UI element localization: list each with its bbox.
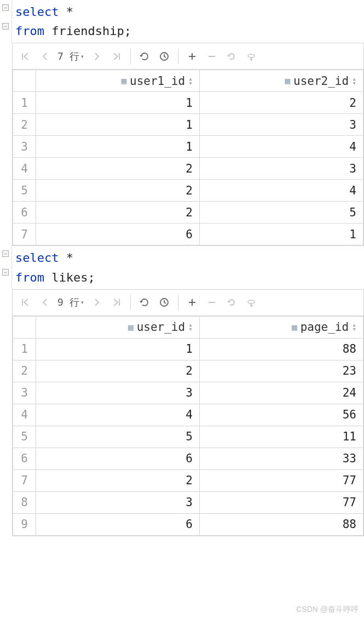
- sort-icon[interactable]: ▴▾: [352, 77, 356, 85]
- cell[interactable]: 1: [36, 92, 200, 114]
- table-row[interactable]: 2223: [13, 360, 363, 382]
- cell[interactable]: 24: [200, 382, 363, 404]
- revert-button[interactable]: [222, 47, 241, 66]
- row-number: 2: [13, 360, 36, 382]
- table-row[interactable]: 8377: [13, 491, 363, 513]
- toolbar-divider: [178, 49, 178, 64]
- row-number: 2: [13, 114, 36, 136]
- next-page-button[interactable]: [88, 293, 106, 312]
- table-row[interactable]: 761: [13, 223, 363, 245]
- keyword: from: [15, 24, 44, 38]
- column-header[interactable]: ▦ page_id ▴▾: [200, 316, 363, 338]
- add-row-button[interactable]: [183, 293, 201, 312]
- cell[interactable]: 23: [200, 360, 363, 382]
- cell[interactable]: 33: [200, 448, 363, 469]
- table-row[interactable]: 9688: [13, 513, 363, 535]
- cell[interactable]: 4: [36, 404, 200, 426]
- table-row[interactable]: 1188: [13, 338, 363, 360]
- last-page-button[interactable]: [107, 293, 126, 312]
- cell[interactable]: 3: [36, 491, 200, 513]
- svg-point-3: [248, 300, 255, 303]
- cell[interactable]: 2: [200, 92, 363, 114]
- cell[interactable]: 6: [36, 223, 200, 245]
- cell[interactable]: 4: [200, 136, 363, 158]
- commit-button[interactable]: [242, 47, 261, 66]
- corner-cell: [13, 70, 36, 92]
- fold-mark-icon[interactable]: −: [2, 4, 9, 11]
- row-number: 5: [13, 426, 36, 448]
- row-number: 6: [13, 448, 36, 469]
- table-row[interactable]: 423: [13, 158, 363, 180]
- cell[interactable]: 1: [200, 223, 363, 245]
- cell[interactable]: 1: [36, 338, 200, 360]
- add-row-button[interactable]: [183, 47, 201, 66]
- cell[interactable]: 5: [36, 426, 200, 448]
- code-text: likes;: [44, 271, 95, 284]
- chevron-down-icon: ▾: [80, 53, 84, 60]
- table-row[interactable]: 5511: [13, 426, 363, 448]
- cell[interactable]: 4: [200, 180, 363, 202]
- cell[interactable]: 88: [200, 513, 363, 535]
- code-text: *: [59, 5, 73, 19]
- table-row[interactable]: 4456: [13, 404, 363, 426]
- cell[interactable]: 6: [36, 513, 200, 535]
- sort-icon[interactable]: ▴▾: [188, 77, 193, 85]
- sql-code[interactable]: select * from likes;: [12, 246, 364, 289]
- prev-page-button[interactable]: [36, 293, 54, 312]
- row-number: 8: [13, 491, 36, 513]
- rows-label[interactable]: 9 行▾: [55, 296, 86, 309]
- cell[interactable]: 2: [36, 360, 200, 382]
- cell[interactable]: 3: [36, 382, 200, 404]
- refresh-button[interactable]: [135, 293, 154, 312]
- cell[interactable]: 2: [36, 180, 200, 202]
- cell[interactable]: 2: [36, 202, 200, 223]
- revert-button[interactable]: [222, 293, 241, 312]
- column-header[interactable]: ▦ user2_id ▴▾: [200, 70, 363, 92]
- cell[interactable]: 3: [200, 114, 363, 136]
- sql-code[interactable]: select * from friendship;: [12, 0, 364, 43]
- next-page-button[interactable]: [88, 47, 106, 66]
- cell[interactable]: 2: [36, 469, 200, 491]
- cell[interactable]: 77: [200, 469, 363, 491]
- cell[interactable]: 1: [36, 136, 200, 158]
- table-row[interactable]: 3324: [13, 382, 363, 404]
- fold-mark-icon[interactable]: −: [2, 23, 9, 30]
- column-header[interactable]: ▦ user1_id ▴▾: [36, 70, 200, 92]
- result-panel-2: 9 行▾: [12, 289, 364, 536]
- last-page-button[interactable]: [107, 47, 126, 66]
- refresh-button[interactable]: [135, 47, 154, 66]
- cell[interactable]: 1: [36, 114, 200, 136]
- fold-mark-icon[interactable]: −: [2, 269, 9, 276]
- sql-block-1: − − select * from friendship;: [0, 0, 364, 43]
- cell[interactable]: 6: [36, 448, 200, 469]
- first-page-button[interactable]: [16, 293, 34, 312]
- sort-icon[interactable]: ▴▾: [188, 323, 193, 331]
- cell[interactable]: 5: [200, 202, 363, 223]
- table-row[interactable]: 625: [13, 202, 363, 223]
- table-row[interactable]: 213: [13, 114, 363, 136]
- rows-label[interactable]: 7 行▾: [55, 50, 86, 63]
- cell[interactable]: 2: [36, 158, 200, 180]
- history-button[interactable]: [155, 293, 174, 312]
- remove-row-button[interactable]: [203, 293, 221, 312]
- column-header[interactable]: ▦ user_id ▴▾: [36, 316, 200, 338]
- first-page-button[interactable]: [16, 47, 34, 66]
- result-table-2: ▦ user_id ▴▾ ▦ page_id ▴▾ 11882223332444…: [13, 316, 363, 536]
- cell[interactable]: 88: [200, 338, 363, 360]
- cell[interactable]: 56: [200, 404, 363, 426]
- sort-icon[interactable]: ▴▾: [352, 323, 356, 331]
- fold-mark-icon[interactable]: −: [2, 250, 9, 257]
- cell[interactable]: 77: [200, 491, 363, 513]
- keyword: from: [15, 271, 44, 284]
- cell[interactable]: 3: [200, 158, 363, 180]
- prev-page-button[interactable]: [36, 47, 54, 66]
- cell[interactable]: 11: [200, 426, 363, 448]
- table-row[interactable]: 314: [13, 136, 363, 158]
- commit-button[interactable]: [242, 293, 261, 312]
- table-row[interactable]: 7277: [13, 469, 363, 491]
- table-row[interactable]: 6633: [13, 448, 363, 469]
- history-button[interactable]: [155, 47, 174, 66]
- remove-row-button[interactable]: [203, 47, 221, 66]
- table-row[interactable]: 112: [13, 92, 363, 114]
- table-row[interactable]: 524: [13, 180, 363, 202]
